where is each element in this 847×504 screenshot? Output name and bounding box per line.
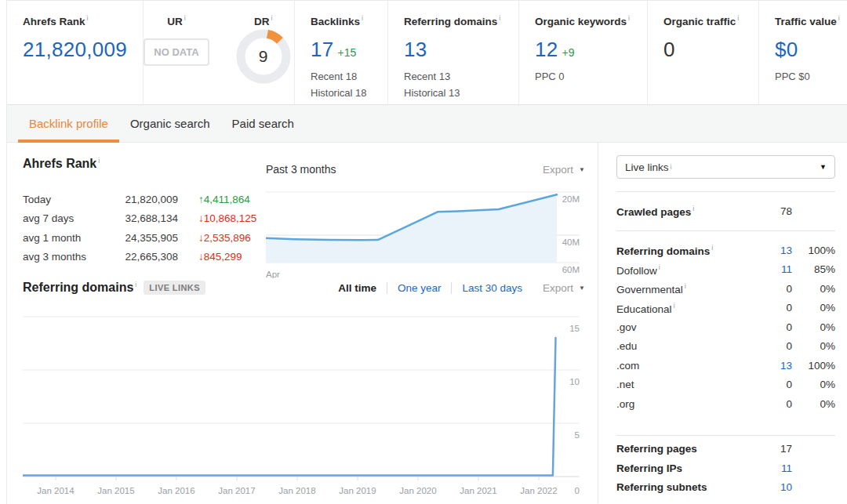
sidebar-row-percent: 0% [792, 340, 835, 352]
divider [616, 435, 835, 436]
sidebar-row-value: 0 [756, 302, 792, 314]
rank-row-label: avg 7 days [23, 212, 104, 224]
ur-no-data-badge: NO DATA [144, 38, 209, 66]
metric-label: Backlinksi [311, 14, 387, 27]
svg-text:Jan 2018: Jan 2018 [278, 486, 315, 495]
rank-row-delta: ↑4,411,864 [198, 194, 250, 205]
referring-domains-value[interactable]: 13 [404, 38, 427, 62]
sidebar-row: Educationali00% [616, 299, 835, 318]
organic-keywords-sub: PPC 0 [535, 68, 647, 85]
ur-block: URi NO DATA [144, 14, 209, 104]
info-icon[interactable]: i [184, 14, 186, 22]
info-icon[interactable]: i [674, 302, 675, 310]
overview-panel: Ahrefs Ranki 21,820,009 URi NO DATA DRi … [6, 0, 847, 504]
tab-backlink-profile[interactable]: Backlink profile [18, 105, 119, 142]
backlinks-value[interactable]: 17 [311, 38, 334, 62]
sidebar-row: .edu00% [616, 337, 835, 357]
referring-domains-sub: Recent 13Historical 13 [404, 68, 518, 101]
info-icon[interactable]: i [135, 281, 136, 288]
info-icon[interactable]: i [693, 205, 694, 212]
sidebar-row-value[interactable]: 13 [756, 360, 792, 372]
backlinks-sub: Recent 18Historical 18 [311, 68, 387, 101]
sidebar-row: Governmentali00% [616, 279, 835, 299]
rank-row-value: 21,820,009 [104, 194, 178, 205]
filter-one-year[interactable]: One year [398, 282, 442, 294]
crawled-pages-row: Crawled pagesi 78 [616, 201, 835, 221]
sidebar-row: Referring IPs11 [616, 459, 835, 478]
rank-row-value: 22,665,308 [104, 251, 178, 263]
info-icon[interactable]: i [98, 157, 100, 165]
traffic-value-value[interactable]: $0 [775, 38, 798, 62]
sidebar-row-label: Referring subnets [616, 481, 756, 493]
refdomains-header: Referring domainsi LIVE LINKS All timeOn… [23, 281, 585, 295]
rank-trend-chart[interactable]: 20M40M60MApr [266, 184, 591, 278]
info-icon[interactable]: i [737, 14, 739, 22]
divider [451, 282, 452, 294]
svg-text:40M: 40M [562, 237, 580, 247]
rank-row-label: Today [23, 194, 104, 205]
filter-last-30-days[interactable]: Last 30 days [462, 282, 522, 294]
sidebar-row-value: 17 [756, 443, 792, 455]
info-icon[interactable]: i [499, 14, 500, 22]
metric-organic-keywords: Organic keywordsi 12+9 PPC 0 [518, 1, 647, 104]
metric-label: Organic traffici [663, 14, 758, 27]
sidebar-row-percent: 0% [792, 302, 835, 314]
metric-traffic-value: Traffic valuei $0 PPC $0 [758, 1, 847, 104]
metric-label: Referring domainsi [404, 14, 518, 27]
sidebar: Live linksi ▼ Crawled pagesi 78 Referrin… [598, 143, 847, 503]
svg-text:10: 10 [569, 377, 580, 386]
info-icon[interactable]: i [711, 244, 713, 252]
sidebar-row-value[interactable]: 10 [756, 481, 792, 493]
tab-paid-search[interactable]: Paid search [221, 105, 305, 142]
organic-keywords-delta: +9 [562, 46, 575, 59]
tab-organic-search[interactable]: Organic search [119, 105, 221, 142]
rank-row: avg 1 month24,355,905↓2,535,896 [23, 228, 256, 248]
svg-text:Jan 2017: Jan 2017 [218, 486, 255, 495]
sidebar-row-percent: 0% [792, 321, 835, 333]
info-icon[interactable]: i [685, 282, 686, 290]
metric-label: URi [144, 14, 209, 27]
caret-down-icon: ▼ [820, 163, 827, 171]
sidebar-row-value[interactable]: 11 [756, 462, 792, 474]
sidebar-row-label: Governmentali [616, 282, 756, 296]
sidebar-row-value: 0 [756, 283, 792, 295]
sidebar-row-value: 0 [756, 321, 792, 333]
refdomains-export-button[interactable]: Export▼ [543, 282, 585, 294]
organic-keywords-value[interactable]: 12 [535, 38, 558, 62]
info-icon[interactable]: i [838, 14, 840, 22]
info-icon[interactable]: i [87, 14, 89, 22]
rank-row-delta: ↓845,299 [198, 251, 242, 263]
info-icon[interactable]: i [271, 14, 272, 22]
sidebar-row-value[interactable]: 11 [756, 263, 792, 275]
info-icon[interactable]: i [362, 14, 363, 22]
sidebar-row-percent: 100% [792, 360, 835, 372]
crawled-pages-label: Crawled pagesi [616, 205, 756, 218]
ahrefs-rank-table: Today21,820,009↑4,411,864avg 7 days32,68… [23, 190, 256, 267]
info-icon[interactable]: i [628, 14, 630, 22]
svg-text:Jan 2020: Jan 2020 [399, 486, 436, 495]
svg-text:5: 5 [575, 430, 580, 440]
backlinks-delta: +15 [338, 46, 357, 59]
rank-chart-export-button[interactable]: Export ▼ [543, 164, 585, 176]
info-icon[interactable]: i [671, 163, 672, 171]
refdomains-trend-chart[interactable]: 15105Jan 2014Jan 2015Jan 2016Jan 2017Jan… [23, 313, 580, 503]
dr-donut-chart: 9 [234, 27, 293, 85]
live-links-select[interactable]: Live linksi ▼ [616, 155, 835, 179]
metric-backlinks: Backlinksi 17+15 Recent 18Historical 18 [294, 1, 387, 104]
svg-text:0: 0 [575, 486, 580, 495]
svg-text:20M: 20M [562, 194, 580, 204]
svg-text:Apr: Apr [266, 270, 280, 278]
sidebar-row-label: .net [616, 379, 756, 390]
metric-ur-dr: URi NO DATA DRi 9 [143, 1, 294, 104]
info-icon[interactable]: i [659, 263, 660, 271]
svg-text:Jan 2014: Jan 2014 [37, 486, 75, 495]
sidebar-row-percent: 0% [792, 398, 835, 410]
sidebar-row-label: Referring IPs [616, 462, 756, 474]
filter-all-time[interactable]: All time [338, 282, 376, 294]
sidebar-row-percent: 0% [792, 379, 835, 390]
sidebar-row-value[interactable]: 13 [756, 245, 792, 256]
top-metrics-bar: Ahrefs Ranki 21,820,009 URi NO DATA DRi … [7, 1, 847, 105]
sidebar-row-label: .org [616, 398, 756, 410]
ahrefs-rank-section-title: Ahrefs Ranki [23, 157, 100, 171]
svg-text:Jan 2022: Jan 2022 [520, 486, 557, 495]
